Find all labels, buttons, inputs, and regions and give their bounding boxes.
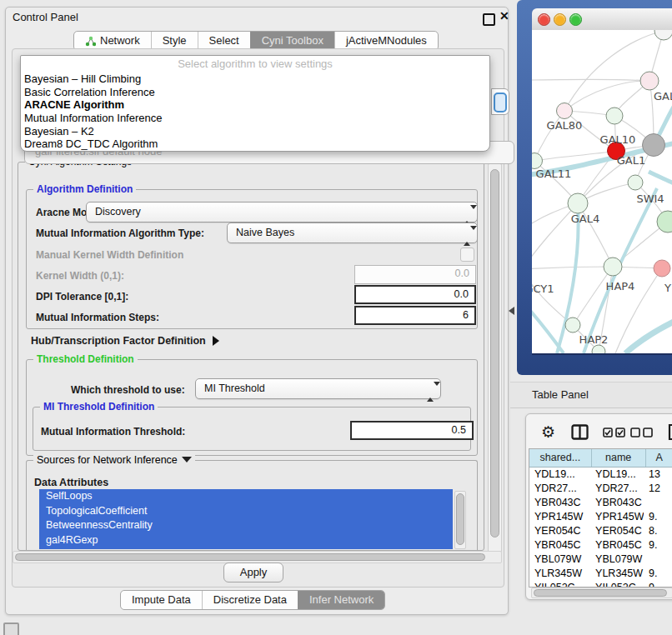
cell[interactable]: YBR045C (590, 538, 644, 552)
popup-item[interactable]: Bayesian – K2 (21, 125, 489, 138)
cell[interactable]: YER054C (590, 524, 644, 538)
table-row[interactable]: YDL19...YDL19...13 (529, 468, 672, 482)
cell[interactable]: YDL19... (590, 468, 644, 482)
cell[interactable]: 9. (644, 510, 672, 524)
tab-style[interactable]: Style (151, 32, 198, 50)
aracne-mode-combo[interactable]: Discovery (86, 202, 478, 222)
cell[interactable]: YBR045C (529, 538, 590, 552)
corner-panel-button[interactable] (3, 622, 19, 635)
deselect-all-checkboxes-icon[interactable] (630, 428, 653, 438)
scrollbar-thumb[interactable] (15, 553, 485, 561)
node[interactable] (628, 175, 643, 190)
cell[interactable]: 9. (644, 538, 672, 552)
close-icon[interactable]: ✕ (499, 9, 509, 22)
list-item[interactable]: TopologicalCoefficient (39, 504, 453, 519)
cell[interactable]: YDR27... (529, 482, 590, 496)
table-row[interactable]: YIL052CYIL052C9. (529, 581, 672, 588)
mi-threshold-field[interactable]: 0.5 (350, 421, 474, 440)
tab-infer-network[interactable]: Infer Network (298, 591, 384, 609)
cell[interactable]: 9. (644, 581, 672, 588)
popup-item[interactable]: Dream8 DC_TDC Algorithm (21, 138, 489, 151)
node[interactable] (654, 30, 672, 40)
table-row[interactable]: YBR043CYBR043C (529, 496, 672, 510)
mi-steps-field[interactable]: 6 (354, 306, 476, 325)
close-traffic-light-icon[interactable] (538, 13, 550, 26)
table-row[interactable]: YBL079WYBL079W (529, 552, 672, 567)
tab-network[interactable]: Network (74, 32, 151, 50)
sources-toggle[interactable]: Sources for Network Inference (33, 454, 195, 466)
minimize-traffic-light-icon[interactable] (554, 13, 566, 26)
column-header-shared-name[interactable]: shared... (529, 449, 592, 467)
cell[interactable]: YBR043C (590, 496, 644, 510)
table-row[interactable]: YPR145WYPR145W9. (529, 510, 672, 524)
splitpane-collapse-icon[interactable] (509, 307, 514, 315)
node-hap2[interactable] (565, 318, 580, 332)
tab-jactivemnodules[interactable]: jActiveMNodules (334, 32, 438, 50)
popup-item[interactable]: Mutual Information Inference (21, 112, 489, 125)
popup-item[interactable]: Bayesian – Hill Climbing (21, 72, 489, 86)
list-item[interactable]: BetweennessCentrality (39, 518, 453, 533)
cell[interactable] (644, 496, 672, 510)
tab-impute-data[interactable]: Impute Data (121, 591, 202, 609)
tab-discretize-data[interactable]: Discretize Data (202, 591, 298, 609)
node-gal[interactable] (640, 72, 659, 90)
scrollbar-thumb[interactable] (534, 589, 667, 597)
apply-button[interactable]: Apply (223, 562, 283, 582)
node-swi4[interactable] (657, 211, 672, 232)
table-row[interactable]: YLR345WYLR345W9. (529, 567, 672, 581)
tab-cyni-toolbox[interactable]: Cyni Toolbox (250, 32, 334, 50)
node-gal4[interactable] (568, 193, 588, 213)
table-row[interactable]: YDR27...YDR27...12 (529, 482, 672, 496)
hub-definition-toggle[interactable]: Hub/Transcription Factor Definition (31, 335, 219, 347)
node-gal80[interactable] (557, 103, 573, 119)
zoom-traffic-light-icon[interactable] (569, 13, 582, 26)
cell[interactable]: YBL079W (590, 552, 644, 567)
scrollbar-thumb[interactable] (456, 493, 464, 545)
list-item[interactable]: SelfLoops (39, 489, 453, 504)
list-item[interactable]: gal4RGexp (39, 533, 453, 548)
table-row[interactable]: YER054CYER054C8. (529, 524, 672, 538)
mi-type-combo[interactable]: Naive Bayes (227, 222, 478, 243)
gear-icon[interactable]: ⚙ (541, 424, 555, 441)
document-icon[interactable] (668, 423, 672, 441)
cell[interactable]: YDL19... (529, 468, 590, 482)
attribute-list-scrollbar[interactable] (454, 491, 466, 549)
table-row[interactable]: YBR045CYBR045C9. (529, 538, 672, 552)
cell[interactable]: YPR145W (590, 510, 644, 524)
settings-horizontal-scrollbar[interactable] (13, 551, 502, 563)
cell[interactable] (644, 552, 672, 567)
cell[interactable]: 12 (644, 482, 672, 496)
cell[interactable]: YIL052C (529, 581, 590, 588)
which-threshold-combo[interactable]: MI Threshold (195, 378, 441, 399)
node-gray[interactable] (643, 134, 665, 157)
tab-select[interactable]: Select (198, 32, 250, 50)
settings-vertical-scrollbar[interactable] (488, 163, 502, 552)
cell[interactable]: YBR043C (529, 496, 590, 510)
column-header-clipped[interactable]: A (646, 449, 672, 467)
node-y-pink[interactable] (654, 260, 670, 277)
cell[interactable]: 9. (644, 567, 672, 581)
cell[interactable]: YLR345W (529, 567, 590, 581)
algorithm-combo-fragment[interactable] (491, 88, 509, 115)
network-canvas[interactable]: GAL GAL80 GAL10 GAL1 GAL11 SWI4 GAL4 GCY… (532, 30, 672, 355)
cell[interactable]: YPR145W (529, 510, 590, 524)
select-all-checkboxes-icon[interactable] (603, 428, 625, 438)
cell[interactable]: 13 (644, 468, 672, 482)
cell[interactable]: YDR27... (590, 482, 644, 496)
column-header-name[interactable]: name (592, 449, 646, 467)
popup-item[interactable]: Basic Correlation Inference (21, 86, 489, 99)
node-gal10[interactable] (606, 108, 623, 124)
cell[interactable]: YIL052C (590, 581, 644, 588)
cell[interactable]: YER054C (529, 524, 590, 538)
column-browser-icon[interactable] (571, 424, 589, 440)
cell[interactable]: 8. (644, 524, 672, 538)
table-horizontal-scrollbar[interactable] (531, 588, 672, 598)
dpi-tolerance-field[interactable]: 0.0 (354, 285, 476, 304)
node-hap4[interactable] (604, 258, 622, 276)
popup-item-selected[interactable]: ARACNE Algorithm (21, 98, 489, 112)
network-window-titlebar[interactable] (532, 8, 672, 31)
scrollbar-thumb[interactable] (490, 169, 499, 538)
cell[interactable]: YLR345W (590, 567, 644, 581)
cell[interactable]: YBL079W (529, 552, 590, 567)
float-window-icon[interactable] (483, 13, 495, 26)
